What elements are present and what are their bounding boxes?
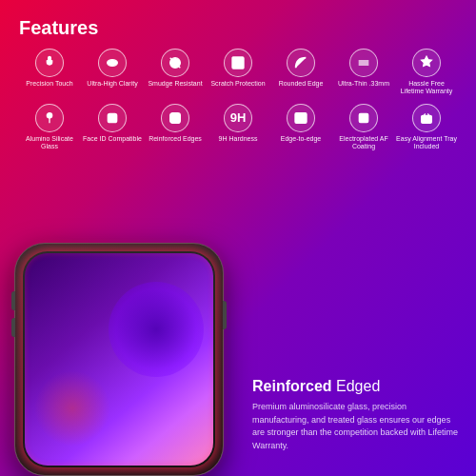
icon-alignment-tray: Easy Alignment Tray Included bbox=[396, 104, 457, 151]
icon-9h: 9H 9H Hardness bbox=[208, 104, 268, 151]
icon-face-id: Face ID Compatible bbox=[82, 104, 143, 151]
icon-circle bbox=[287, 49, 315, 77]
icon-glass: Alumino Silicate Glass bbox=[19, 104, 80, 151]
icon-label: Easy Alignment Tray Included bbox=[396, 135, 457, 151]
icon-label: Electroplated AF Coating bbox=[333, 135, 394, 151]
icon-ultra-thin: Ultra-Thin .33mm bbox=[333, 49, 394, 96]
svg-rect-23 bbox=[424, 116, 430, 121]
icon-label: Alumino Silicate Glass bbox=[19, 135, 80, 151]
svg-point-13 bbox=[109, 116, 110, 117]
icon-circle bbox=[98, 104, 127, 132]
svg-point-1 bbox=[111, 62, 114, 65]
icon-circle: 9H bbox=[224, 104, 252, 132]
text-section: Reinforced Edged Premium aluminosilicate… bbox=[252, 378, 462, 452]
reinforced-heading: Reinforced Edged bbox=[252, 378, 462, 395]
icon-label: Rounded Edge bbox=[279, 80, 324, 88]
icon-precision-touch: Precision Touch bbox=[19, 49, 80, 96]
phone-button-left-2 bbox=[11, 318, 15, 337]
features-title: Features bbox=[19, 17, 457, 39]
icon-circle bbox=[35, 49, 64, 77]
phone-screen bbox=[25, 253, 213, 466]
screen-glow-1 bbox=[109, 282, 204, 377]
icons-row-2: Alumino Silicate Glass Face ID Compatibl… bbox=[19, 104, 457, 151]
icon-circle bbox=[98, 49, 127, 77]
icon-clarity: Ultra-High Clarity bbox=[82, 49, 143, 96]
icon-label: Ultra-Thin .33mm bbox=[338, 80, 389, 88]
icon-circle bbox=[224, 49, 252, 77]
icon-warranty: Hassle Free Lifetime Warranty bbox=[396, 49, 457, 96]
icon-label: Reinforced Edges bbox=[149, 135, 202, 143]
main-container: Features Precision Touch Ultra-High Clar… bbox=[0, 0, 476, 476]
icon-circle bbox=[412, 49, 441, 77]
icon-edge-to-edge: Edge-to-edge bbox=[270, 104, 331, 151]
icon-scratch: Scratch Protection bbox=[208, 49, 268, 96]
icon-circle bbox=[349, 104, 378, 132]
icon-circle bbox=[161, 104, 189, 132]
phone-button-left-1 bbox=[11, 291, 15, 310]
icon-smudge: Smudge Resistant bbox=[145, 49, 206, 96]
reinforced-description: Premium aluminosilicate glass, precision… bbox=[252, 401, 462, 452]
icon-electroplated: Electroplated AF Coating bbox=[333, 104, 394, 151]
heading-normal: Edged bbox=[332, 378, 381, 394]
icon-label: Edge-to-edge bbox=[281, 135, 321, 143]
icon-circle bbox=[287, 104, 315, 132]
icon-label: Hassle Free Lifetime Warranty bbox=[396, 80, 457, 96]
phone-body bbox=[14, 243, 224, 476]
svg-rect-19 bbox=[359, 113, 367, 122]
icon-label: Face ID Compatible bbox=[83, 135, 142, 143]
icon-circle bbox=[349, 49, 378, 77]
icons-row-1: Precision Touch Ultra-High Clarity Smudg… bbox=[19, 49, 457, 96]
icon-label: Ultra-High Clarity bbox=[87, 80, 137, 88]
svg-rect-16 bbox=[172, 114, 179, 121]
icon-rounded-edge: Rounded Edge bbox=[270, 49, 331, 96]
icon-circle bbox=[161, 49, 189, 77]
icon-label: Smudge Resistant bbox=[148, 80, 202, 88]
icon-circle bbox=[412, 104, 441, 132]
bottom-section: Reinforced Edged Premium aluminosilicate… bbox=[0, 200, 476, 476]
heading-bold: Reinforced bbox=[252, 378, 332, 394]
svg-point-14 bbox=[113, 116, 114, 117]
screen-glow-2 bbox=[34, 370, 110, 446]
icon-label: Scratch Protection bbox=[210, 80, 265, 88]
svg-point-10 bbox=[49, 114, 50, 116]
icon-label: Precision Touch bbox=[26, 80, 72, 88]
icon-label: 9H Hardness bbox=[219, 135, 258, 143]
phone-button-right bbox=[223, 301, 227, 329]
icon-circle bbox=[35, 104, 64, 132]
phone-mockup bbox=[0, 228, 248, 476]
icon-reinforced: Reinforced Edges bbox=[145, 104, 206, 151]
